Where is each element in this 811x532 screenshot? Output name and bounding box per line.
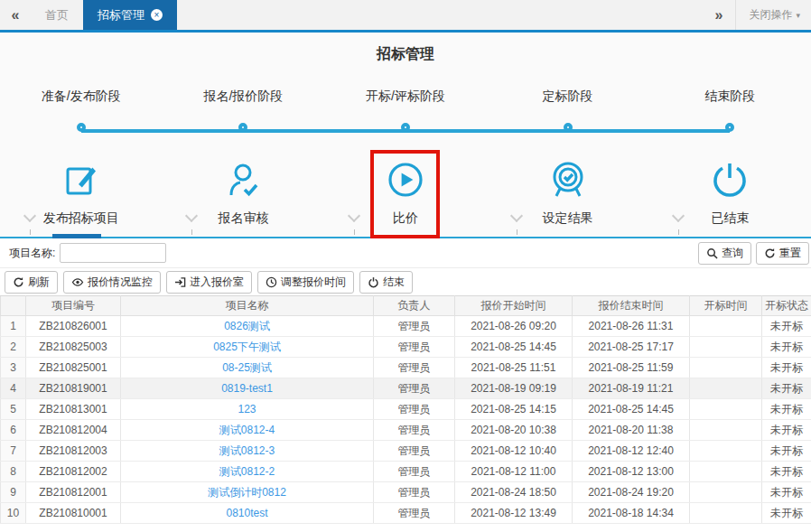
adjust-quote-time-button[interactable]: 调整报价时间	[257, 271, 354, 294]
stage-action-review[interactable]: 报名审核	[163, 210, 325, 228]
project-link[interactable]: 08-25测试	[222, 361, 272, 374]
search-button[interactable]: 查询	[698, 242, 751, 265]
project-link[interactable]: 测试0812-4	[219, 424, 275, 436]
table-row[interactable]: 2ZB2108250030825下午测试管理员2021-08-25 14:452…	[1, 337, 811, 358]
project-link[interactable]: 0819-test1	[221, 382, 273, 395]
cell-name: 测试倒计时0812	[121, 482, 374, 503]
cell-num: 1	[1, 316, 26, 337]
project-name-input[interactable]	[60, 243, 166, 263]
stage-timeline	[0, 123, 811, 139]
cell-name: 测试0812-3	[121, 441, 374, 462]
cell-name: 08-25测试	[121, 358, 374, 378]
cell-end: 2021-08-25 11:59	[573, 358, 690, 378]
project-link[interactable]: 0810test	[226, 507, 267, 519]
header-project-name: 项目名称	[121, 296, 374, 316]
play-circle-icon[interactable]	[384, 158, 427, 201]
stage-label-row: 准备/发布阶段 报名/报价阶段 开标/评标阶段 定标阶段 结束阶段	[0, 89, 811, 105]
project-name-label: 项目名称:	[9, 246, 55, 261]
table-row[interactable]: 4ZB2108190010819-test1管理员2021-08-19 09:1…	[1, 378, 811, 399]
cell-status: 未开标	[762, 420, 811, 441]
close-tab-icon[interactable]: ×	[151, 9, 163, 21]
caret-down-icon: ▾	[796, 11, 800, 20]
table-row[interactable]: 1ZB2108260010826测试管理员2021-08-26 09:20202…	[1, 316, 811, 337]
quote-monitor-button[interactable]: 报价情况监控	[63, 271, 161, 294]
project-link[interactable]: 测试0812-3	[219, 444, 275, 457]
project-link[interactable]: 0825下午测试	[213, 341, 281, 353]
cell-name: 0825下午测试	[121, 337, 374, 358]
search-icon	[706, 247, 718, 259]
cell-status: 未开标	[762, 337, 811, 358]
chevron-down-icon	[185, 210, 198, 222]
table-row[interactable]: 10ZB2108100010810test管理员2021-08-12 13:49…	[1, 503, 811, 524]
table-row[interactable]: 9ZB210812001测试倒计时0812管理员2021-08-24 18:50…	[1, 482, 811, 503]
cell-owner: 管理员	[374, 399, 455, 420]
cell-status: 未开标	[762, 441, 811, 462]
stage-label-award: 定标阶段	[543, 89, 593, 105]
cell-code: ZB210812001	[26, 482, 121, 503]
cell-num: 2	[1, 337, 26, 358]
header-quote-start: 报价开始时间	[455, 296, 573, 316]
cell-status: 未开标	[762, 316, 811, 337]
stage-action-compare[interactable]: 比价	[324, 210, 487, 228]
reset-button[interactable]: 重置	[756, 242, 809, 265]
project-link[interactable]: 0826测试	[224, 320, 270, 332]
user-check-icon[interactable]	[221, 158, 265, 201]
refresh-button[interactable]: 刷新	[5, 271, 58, 294]
table-row[interactable]: 3ZB21082500108-25测试管理员2021-08-25 11:5120…	[1, 358, 811, 378]
cell-open_time	[690, 378, 762, 399]
cell-start: 2021-08-12 11:00	[455, 462, 573, 482]
cell-open_time	[690, 337, 762, 358]
cell-num: 10	[1, 503, 26, 524]
filter-actions: 查询 重置	[698, 242, 809, 265]
cell-open_time	[690, 503, 762, 524]
tick-mark	[191, 229, 192, 235]
cell-end: 2021-08-26 11:31	[573, 316, 690, 337]
cell-name: 0810test	[121, 503, 374, 524]
tab-home[interactable]: 首页	[31, 0, 83, 30]
cell-start: 2021-08-24 18:50	[455, 482, 573, 503]
tab-bid-management[interactable]: 招标管理 ×	[83, 0, 177, 30]
cell-code: ZB210825003	[26, 337, 121, 358]
stage-action-set-result[interactable]: 设定结果	[487, 210, 649, 228]
collapse-tabs-icon[interactable]: «	[0, 0, 31, 30]
chevron-down-icon	[348, 210, 360, 222]
cell-owner: 管理员	[374, 420, 455, 441]
cell-owner: 管理员	[374, 337, 455, 358]
cell-end: 2021-08-12 13:00	[573, 462, 690, 482]
cell-end: 2021-08-25 14:45	[573, 399, 690, 420]
project-link[interactable]: 123	[238, 403, 256, 415]
cell-num: 7	[1, 441, 26, 462]
table-toolbar: 刷新 报价情况监控 进入报价室 调整报价时间 结束	[0, 268, 811, 295]
cell-owner: 管理员	[374, 462, 455, 482]
cell-code: ZB210825001	[26, 358, 121, 378]
table-row[interactable]: 5ZB210813001123管理员2021-08-25 14:152021-0…	[1, 399, 811, 420]
project-link[interactable]: 测试0812-2	[219, 465, 275, 478]
table-row[interactable]: 7ZB210812003测试0812-3管理员2021-08-12 10:402…	[1, 441, 811, 462]
target-check-icon[interactable]	[546, 158, 590, 201]
table-row[interactable]: 6ZB210812004测试0812-4管理员2021-08-20 10:382…	[1, 420, 811, 441]
tick-mark	[30, 229, 31, 235]
cell-open_time	[690, 420, 762, 441]
header-open-time: 开标时间	[690, 296, 762, 316]
cell-name: 123	[121, 399, 374, 420]
cell-num: 3	[1, 358, 26, 378]
close-operations-dropdown[interactable]: 关闭操作 ▾	[735, 0, 811, 30]
end-button[interactable]: 结束	[359, 271, 413, 294]
cell-owner: 管理员	[374, 358, 455, 378]
expand-tabs-icon[interactable]: »	[703, 7, 736, 23]
clock-icon	[266, 276, 277, 288]
cell-code: ZB210826001	[26, 316, 121, 337]
stage-action-publish[interactable]: 发布招标项目	[0, 210, 163, 228]
cell-owner: 管理员	[374, 441, 455, 462]
edit-icon[interactable]	[60, 158, 103, 201]
stage-action-ended[interactable]: 已结束	[648, 210, 811, 228]
enter-quote-room-button[interactable]: 进入报价室	[166, 271, 252, 294]
cell-start: 2021-08-20 10:38	[455, 420, 573, 441]
bid-stage-panel: 招标管理 准备/发布阶段 报名/报价阶段 开标/评标阶段 定标阶段 结束阶段	[0, 33, 811, 238]
table-row[interactable]: 8ZB210812002测试0812-2管理员2021-08-12 11:002…	[1, 462, 811, 482]
tick-mark	[678, 229, 679, 235]
chevron-down-icon	[672, 210, 685, 222]
power-icon[interactable]	[708, 158, 751, 201]
project-link[interactable]: 测试倒计时0812	[208, 486, 286, 499]
cell-owner: 管理员	[374, 378, 455, 399]
